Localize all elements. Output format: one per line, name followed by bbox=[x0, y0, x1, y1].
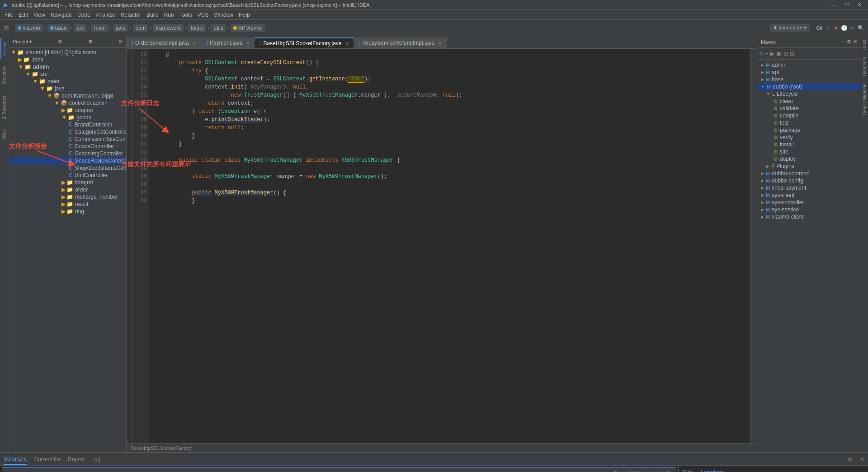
menu-item-navigate[interactable]: Navigate bbox=[48, 11, 75, 19]
maven-base[interactable]: ▶ M base bbox=[757, 76, 861, 83]
menu-item-code[interactable]: Code bbox=[75, 11, 93, 19]
tree-item-recharge[interactable]: ▶ 📁 recharge_number bbox=[9, 193, 126, 201]
maven-sys-service[interactable]: ▶ M sys-service bbox=[757, 206, 861, 213]
tree-item-goodsimg[interactable]: C GoodsImgController bbox=[9, 150, 126, 157]
breadcrumb-src[interactable]: src bbox=[74, 24, 87, 32]
menu-item-file[interactable]: File bbox=[2, 11, 16, 19]
run-analysis-btn[interactable]: ▶ bbox=[6, 470, 11, 472]
breadcrumb-main[interactable]: main bbox=[91, 24, 108, 32]
tree-item-coupon[interactable]: ▶ 📁 coupon bbox=[9, 107, 126, 114]
sonarlint-tab[interactable]: SonarLint bbox=[4, 454, 27, 465]
bottom-close-icon[interactable]: ✕ bbox=[860, 456, 864, 463]
maven-sys-client[interactable]: ▶ M sys-client bbox=[757, 192, 861, 199]
maven-lifecycle-folder[interactable]: ▼ L Lifecycle bbox=[757, 90, 861, 98]
maven-run-icon[interactable]: ▶ bbox=[770, 51, 774, 57]
breadcrumb-com[interactable]: com bbox=[133, 24, 149, 32]
api-remote-branch[interactable]: ⬇ api-remote ▾ bbox=[769, 24, 810, 32]
tree-item-idea[interactable]: ▶ 📁 .idea bbox=[9, 56, 126, 63]
locations-tab[interactable]: Locations bbox=[701, 469, 724, 472]
tree-item-commission[interactable]: C CommissionRuleController bbox=[9, 136, 126, 143]
database-tab-side[interactable]: Database bbox=[861, 54, 868, 79]
build-tab-side[interactable]: Build bbox=[861, 37, 868, 52]
maven-plugins-folder[interactable]: ▶ P Plugins bbox=[757, 163, 861, 170]
tab-alipay[interactable]: J AlipayServiceRefundImpl.java ✕ bbox=[354, 37, 447, 48]
menu-item-tools[interactable]: Tools bbox=[177, 11, 195, 19]
menu-item-help[interactable]: Help bbox=[236, 11, 253, 19]
web-tab-side[interactable]: Web bbox=[1, 126, 8, 143]
tree-item-main[interactable]: ▼ 📁 main bbox=[9, 78, 126, 85]
maven-sys-controller[interactable]: ▶ M sys-controller bbox=[757, 199, 861, 206]
tree-item-ring[interactable]: ▶ 📁 ring bbox=[9, 208, 126, 215]
breadcrumb-java[interactable]: java bbox=[113, 24, 128, 32]
breadcrumb-utils[interactable]: utils bbox=[211, 24, 226, 32]
toolbar-clock-icon[interactable]: 🕐 bbox=[841, 25, 848, 31]
breadcrumb-apixerror[interactable]: APIXerror bbox=[231, 24, 265, 32]
project-tab[interactable]: Project bbox=[0, 38, 8, 59]
bottom-settings-icon[interactable]: ⚙ bbox=[848, 456, 853, 463]
maven-stop-icon[interactable]: ⏹ bbox=[776, 51, 782, 57]
maven-dubbo-common[interactable]: ▶ M dubbo-common bbox=[757, 170, 861, 177]
report-tab[interactable]: Report bbox=[68, 454, 84, 464]
tree-item-category[interactable]: C CategoryCatController bbox=[9, 128, 126, 136]
tab-basehttpsslsocket[interactable]: J BaseHttpSSLSocketFactory.java ✕ bbox=[255, 37, 354, 48]
favorites-tab-side[interactable]: 2: Favorites bbox=[1, 92, 8, 123]
menu-item-run[interactable]: Run bbox=[161, 11, 177, 19]
maven-compile[interactable]: ⚙ compile bbox=[757, 112, 861, 119]
maven-settings-icon[interactable]: ⚙ bbox=[847, 39, 851, 45]
tree-item-goods-ctrl[interactable]: C GoodsController bbox=[9, 143, 126, 150]
git-x-icon[interactable]: ✕ bbox=[834, 25, 838, 31]
git-check-icon[interactable]: ✓ bbox=[826, 25, 831, 31]
maven-test[interactable]: ⚙ test bbox=[757, 119, 861, 126]
menu-item-view[interactable]: View bbox=[31, 11, 48, 19]
maven-add-icon[interactable]: + bbox=[765, 51, 769, 57]
tree-item-integral[interactable]: ▶ 📁 integral bbox=[9, 179, 126, 186]
tree-item-order[interactable]: ▶ 📁 order bbox=[9, 186, 126, 193]
tree-item-brand[interactable]: C BrandController bbox=[9, 121, 126, 128]
maven-verify[interactable]: ⚙ verify bbox=[757, 134, 861, 141]
maven-collapse-icon[interactable]: ⊟ bbox=[790, 51, 794, 57]
menu-item-refactor[interactable]: Refactor bbox=[118, 11, 144, 19]
breadcrumb-xiaomo[interactable]: xiaomo bbox=[15, 24, 43, 32]
maximize-button[interactable]: □ bbox=[843, 2, 851, 8]
tree-item-shopgoods[interactable]: C ShopGoodsItemsController bbox=[9, 164, 126, 172]
maven-install[interactable]: ⚙ install bbox=[757, 141, 861, 148]
structure-tab-side[interactable]: Structure bbox=[1, 63, 8, 89]
maven-clean[interactable]: ⚙ clean bbox=[757, 98, 861, 105]
tree-item-goods[interactable]: ▼ 📁 goods bbox=[9, 114, 126, 121]
tree-item-java[interactable]: ▼ 📁 java bbox=[9, 85, 126, 92]
sidebar-gear-icon[interactable]: ⚙ bbox=[88, 39, 93, 45]
tree-item-xiaomo[interactable]: ▼ 📁 xiaomo [dubbo] Q:\git\xiaomo bbox=[9, 49, 126, 56]
tree-item-controller-admin[interactable]: ▼ 📦 controller.admin bbox=[9, 99, 126, 107]
maven-shop-payment[interactable]: ▶ M shop-payment bbox=[757, 184, 861, 192]
maven-dubbo-config[interactable]: ▶ M dubbo-config bbox=[757, 177, 861, 184]
maven-refresh-icon[interactable]: ↻ bbox=[759, 51, 764, 57]
bean-validation-tab[interactable]: Bean Validation bbox=[861, 81, 868, 117]
tab-payment[interactable]: J Payment.java ✕ bbox=[201, 37, 255, 48]
toolbar-search-icon[interactable]: 🔍 bbox=[858, 25, 864, 31]
maven-site[interactable]: ⚙ site bbox=[757, 148, 861, 155]
minimize-button[interactable]: — bbox=[829, 2, 839, 8]
log-tab[interactable]: Log bbox=[91, 454, 100, 464]
tree-item-com-framework[interactable]: ▼ 📦 com.framework.loippi bbox=[9, 92, 126, 99]
tree-item-admin[interactable]: ▼ 📁 admin bbox=[9, 63, 126, 70]
code-content[interactable]: @ private SSLContext createEasySSLContex… bbox=[149, 49, 750, 443]
breadcrumb-framework[interactable]: framework bbox=[153, 24, 184, 32]
tab-orderservice[interactable]: J OrderServiceImpl.java ✕ bbox=[127, 37, 201, 48]
tree-item-goodsreview[interactable]: C GoodsReviewController bbox=[9, 157, 126, 164]
sidebar-settings-icon[interactable]: ⚙ bbox=[58, 39, 62, 45]
maven-dubbo-root[interactable]: ▼ M dubbo (root) bbox=[757, 83, 861, 90]
maven-xiaomo-client[interactable]: ▶ M xiaomo-client bbox=[757, 213, 861, 220]
rule-tab[interactable]: Rule bbox=[682, 469, 693, 472]
maven-close-icon[interactable]: ✕ bbox=[853, 39, 857, 45]
breadcrumb-base[interactable]: base bbox=[47, 24, 70, 32]
close-button[interactable]: ✕ bbox=[855, 2, 864, 8]
maven-deploy[interactable]: ⚙ deploy bbox=[757, 155, 861, 163]
menu-item-build[interactable]: Build bbox=[144, 11, 161, 19]
maven-validate[interactable]: ⚙ validate bbox=[757, 105, 861, 112]
maven-api[interactable]: ▶ M api bbox=[757, 69, 861, 76]
editor-scrollbar[interactable] bbox=[750, 49, 757, 443]
menu-item-window[interactable]: Window bbox=[211, 11, 236, 19]
tree-item-unit[interactable]: C UnitController bbox=[9, 172, 126, 179]
tree-item-src[interactable]: ▼ 📁 src bbox=[9, 70, 126, 78]
maven-package[interactable]: ⚙ package bbox=[757, 126, 861, 134]
